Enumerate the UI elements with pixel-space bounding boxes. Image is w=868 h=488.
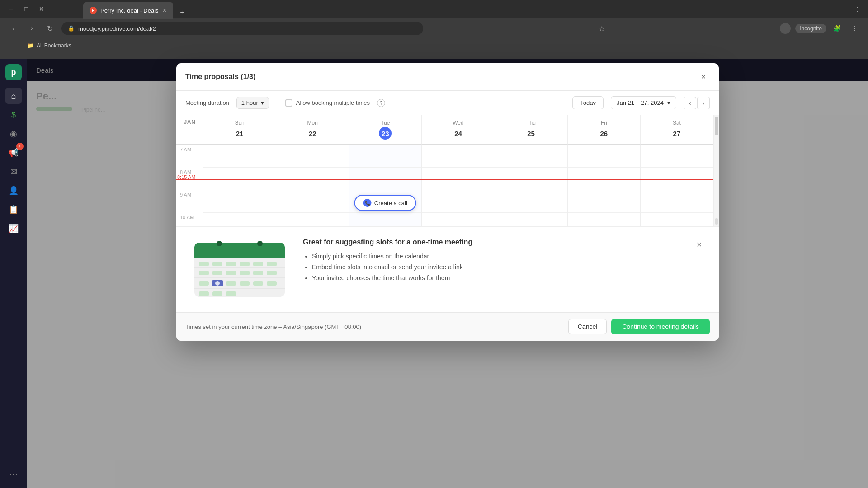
- refresh-button[interactable]: ↻: [43, 22, 56, 35]
- slot-fri-10am[interactable]: [568, 213, 640, 226]
- day-col-wed[interactable]: [422, 145, 495, 226]
- day-col-tue[interactable]: 📞 Create a call: [349, 145, 422, 226]
- info-point-3: Your invitee chooses the time that works…: [312, 274, 679, 282]
- app-content: Deals Pe... Pipeline... Time proposals (…: [27, 59, 868, 488]
- create-call-button[interactable]: 📞 Create a call: [354, 195, 416, 211]
- slot-tue-10am[interactable]: [349, 213, 421, 226]
- modal-close-button[interactable]: ×: [697, 70, 710, 83]
- svg-rect-11: [240, 262, 250, 266]
- slot-wed-7am[interactable]: [422, 145, 494, 168]
- sidebar-item-mail[interactable]: ✉: [5, 164, 22, 180]
- day-col-fri[interactable]: [568, 145, 641, 226]
- profile-icon: [780, 23, 791, 34]
- time-column: 7 AM 8 AM 9 AM 10 AM: [176, 145, 203, 226]
- prev-week-button[interactable]: ‹: [684, 97, 696, 109]
- slot-wed-9am[interactable]: [422, 190, 494, 213]
- date-range-select[interactable]: Jan 21 – 27, 2024 ▾: [611, 96, 676, 109]
- day-name-fri: Fri: [570, 120, 638, 126]
- scroll-thumb-top: [715, 117, 718, 135]
- slot-tue-9am[interactable]: 📞 Create a call: [349, 190, 421, 213]
- duration-select[interactable]: 1 hour ▾: [236, 97, 269, 109]
- sidebar-item-projects[interactable]: 📋: [5, 202, 22, 218]
- day-col-sat[interactable]: [641, 145, 713, 226]
- tab-close-button[interactable]: ✕: [162, 7, 167, 14]
- info-text: Great for suggesting slots for a one-tim…: [303, 238, 679, 282]
- slot-wed-10am[interactable]: [422, 213, 494, 226]
- slot-fri-7am[interactable]: [568, 145, 640, 168]
- slot-mon-10am[interactable]: [276, 213, 349, 226]
- next-week-button[interactable]: ›: [697, 97, 710, 109]
- day-col-mon[interactable]: [276, 145, 349, 226]
- incognito-badge: Incognito: [795, 24, 826, 33]
- app-logo: p: [5, 64, 22, 80]
- new-tab-button[interactable]: +: [176, 6, 189, 19]
- slot-fri-9am[interactable]: [568, 190, 640, 213]
- continue-button[interactable]: Continue to meeting details: [611, 319, 710, 334]
- svg-rect-14: [199, 271, 209, 275]
- sidebar-item-contacts[interactable]: 👤: [5, 183, 22, 199]
- extensions-button[interactable]: 🧩: [831, 22, 844, 35]
- sidebar-item-home[interactable]: ⌂: [5, 88, 22, 104]
- svg-rect-27: [199, 291, 209, 296]
- window-maximize-button[interactable]: □: [20, 3, 33, 15]
- allow-multiple-label[interactable]: Allow booking multiple times: [285, 99, 370, 107]
- svg-rect-20: [199, 281, 209, 286]
- sidebar-item-reports[interactable]: 📈: [5, 221, 22, 237]
- slot-sun-10am[interactable]: [203, 213, 276, 226]
- slot-sat-7am[interactable]: [641, 145, 713, 168]
- current-time-line: [176, 179, 713, 180]
- slot-sun-9am[interactable]: [203, 190, 276, 213]
- browser-settings-button[interactable]: ⋮: [848, 22, 861, 35]
- browser-menu-button[interactable]: ⋮: [851, 3, 863, 15]
- info-close-button[interactable]: ✕: [693, 238, 705, 251]
- info-point-2: Embed time slots into email or send your…: [312, 263, 679, 271]
- svg-rect-15: [212, 271, 222, 275]
- app-sidebar: p ⌂ $ ◉ 📢 ! ✉ 👤 📋 📈 ⋯: [0, 59, 27, 488]
- scroll-thumb-bottom: [715, 218, 718, 225]
- window-close-button[interactable]: ✕: [35, 3, 48, 15]
- day-num-27: 27: [670, 127, 683, 140]
- address-bar[interactable]: 🔒 moodjoy.pipedrive.com/deal/2: [61, 22, 423, 35]
- url-text: moodjoy.pipedrive.com/deal/2: [78, 25, 156, 32]
- day-header-thu: Thu 25: [495, 115, 568, 145]
- day-header-mon: Mon 22: [276, 115, 349, 145]
- slot-mon-7am[interactable]: [276, 145, 349, 168]
- sidebar-item-more[interactable]: ⋯: [5, 466, 22, 483]
- svg-rect-19: [267, 271, 277, 275]
- day-num-21: 21: [233, 127, 246, 140]
- slot-sat-10am[interactable]: [641, 213, 713, 226]
- allow-multiple-checkbox[interactable]: [285, 99, 292, 107]
- slot-tue-7am[interactable]: [349, 145, 421, 168]
- bookmark-button[interactable]: ☆: [599, 24, 605, 33]
- forward-button[interactable]: ›: [25, 22, 38, 35]
- day-col-sun[interactable]: [203, 145, 276, 226]
- back-button[interactable]: ‹: [7, 22, 20, 35]
- info-list: Simply pick specific times on the calend…: [303, 253, 679, 282]
- slot-thu-10am[interactable]: [495, 213, 567, 226]
- sidebar-item-deals[interactable]: $: [5, 107, 22, 123]
- tab-title: Perry Inc. deal - Deals: [100, 7, 159, 14]
- calendar-scrollbar[interactable]: [713, 115, 719, 226]
- info-point-1: Simply pick specific times on the calend…: [312, 253, 679, 260]
- svg-rect-9: [212, 262, 222, 266]
- window-minimize-button[interactable]: ─: [5, 3, 17, 15]
- sidebar-item-activities[interactable]: ◉: [5, 126, 22, 142]
- bookmarks-label: All Bookmarks: [37, 42, 71, 49]
- duration-chevron-icon: ▾: [261, 99, 264, 106]
- cancel-button[interactable]: Cancel: [568, 319, 607, 334]
- help-icon[interactable]: ?: [377, 99, 385, 107]
- day-name-thu: Thu: [497, 120, 566, 126]
- calendar-header: JAN Sun 21 Mon 22 Tue: [176, 115, 713, 145]
- month-label: JAN: [176, 115, 203, 145]
- active-tab[interactable]: P Perry Inc. deal - Deals ✕: [83, 2, 173, 19]
- slot-thu-9am[interactable]: [495, 190, 567, 213]
- slot-sat-9am[interactable]: [641, 190, 713, 213]
- slot-thu-7am[interactable]: [495, 145, 567, 168]
- sidebar-item-leads[interactable]: 📢 !: [5, 145, 22, 161]
- day-col-thu[interactable]: [495, 145, 568, 226]
- slot-mon-9am[interactable]: [276, 190, 349, 213]
- current-time-indicator: 8:15 AM: [176, 179, 713, 180]
- modal-overlay: Time proposals (1/3) × Meeting duration …: [27, 59, 868, 488]
- slot-sun-7am[interactable]: [203, 145, 276, 168]
- today-button[interactable]: Today: [572, 96, 604, 109]
